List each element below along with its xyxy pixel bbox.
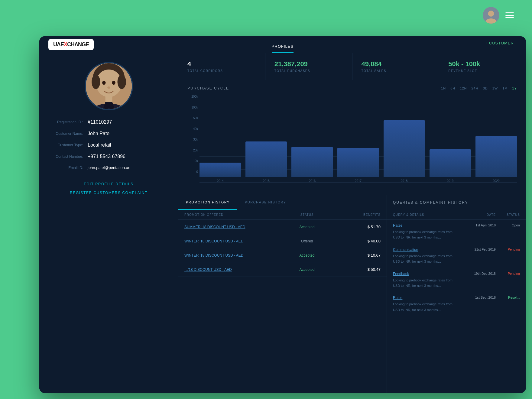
email-value: john.patel@pentation.ae bbox=[88, 165, 130, 170]
history-section: PROMOTION HISTORY PURCHASE HISTORY PROMO… bbox=[178, 195, 387, 393]
col-header-promotion: PROMOTION OFFERED bbox=[184, 213, 283, 216]
complaint-link[interactable]: Rates bbox=[393, 296, 459, 300]
status-accepted: Accepted bbox=[300, 225, 315, 229]
corridors-value: 4 bbox=[187, 60, 256, 68]
benefit-value: $ 50.47 bbox=[332, 267, 381, 272]
add-customer-button[interactable]: + CUSTOMER bbox=[485, 41, 514, 45]
time-filters: 1H 6H 12H 24H 3D 1W 1M 1Y bbox=[441, 86, 517, 90]
main-card: UAEXCHANGE + CUSTOMER PROFILES bbox=[39, 36, 526, 393]
customer-type-value: Local retail bbox=[88, 142, 111, 148]
history-tabs: PROMOTION HISTORY PURCHASE HISTORY bbox=[178, 195, 387, 210]
svg-point-7 bbox=[117, 75, 126, 89]
benefit-value: $ 40.00 bbox=[332, 239, 381, 243]
bar-2019: 2019 bbox=[430, 104, 471, 183]
bar-2016: 2016 bbox=[291, 104, 333, 183]
complaint-date: 1st Sept 2018 bbox=[462, 296, 496, 299]
user-avatar[interactable] bbox=[483, 7, 499, 24]
bar-2018: 2018 bbox=[384, 104, 425, 183]
chart-area: 200k 100k 50k 40k 30k 20k 10k 0 bbox=[187, 95, 517, 183]
register-complaint-link[interactable]: REGISTER CUSTOMERS COMPLAINT bbox=[70, 191, 147, 195]
top-bar bbox=[0, 0, 532, 30]
filter-1w[interactable]: 1W bbox=[492, 86, 498, 90]
chart-bars: 2014 2015 2016 2017 bbox=[199, 104, 517, 183]
complaint-row: Feedback Looking to prebook exchange rat… bbox=[387, 268, 526, 292]
filter-1m[interactable]: 1M bbox=[502, 86, 508, 90]
action-links: EDIT PROFILE DETAILS REGISTER CUSTOMERS … bbox=[39, 176, 178, 201]
filter-1h[interactable]: 1H bbox=[441, 86, 446, 90]
status-accepted: Accepted bbox=[300, 253, 315, 258]
complaint-text: Looking to prebook exchange rates from U… bbox=[393, 230, 453, 239]
purchases-label: TOTAL PURCHASES bbox=[274, 69, 343, 73]
bar-2014: 2014 bbox=[199, 104, 241, 183]
purchase-cycle-section: PURCHASE CYCLE 1H 6H 12H 24H 3D 1W 1M 1Y bbox=[178, 80, 526, 195]
corridors-label: TOTAL CORRIDORS bbox=[187, 69, 256, 73]
filter-12h[interactable]: 12H bbox=[460, 86, 467, 90]
customer-type-label: Customer Type: bbox=[48, 143, 88, 147]
chart-y-labels: 200k 100k 50k 40k 30k 20k 10k 0 bbox=[187, 95, 199, 174]
col-header-status: STATUS bbox=[283, 213, 332, 216]
sales-label: TOTAL SALES bbox=[362, 69, 430, 73]
complaint-text: Looking to prebook exchange rates from U… bbox=[393, 254, 453, 263]
purchase-cycle-header: PURCHASE CYCLE 1H 6H 12H 24H 3D 1W 1M 1Y bbox=[187, 86, 517, 90]
complaint-status: Open bbox=[499, 223, 520, 227]
purchase-cycle-title: PURCHASE CYCLE bbox=[187, 86, 229, 90]
complaint-text: Looking to prebook exchange rates from U… bbox=[393, 278, 453, 287]
svg-point-1 bbox=[488, 11, 494, 17]
tab-purchase-history[interactable]: PURCHASE HISTORY bbox=[237, 195, 294, 210]
email-label: Email ID: bbox=[48, 166, 88, 170]
contact-row: Contact Number: +971 5543 67896 bbox=[48, 154, 169, 159]
right-content: 4 TOTAL CORRIDORS 21,387,209 TOTAL PURCH… bbox=[178, 53, 526, 393]
profile-avatar bbox=[85, 62, 133, 110]
benefit-value: $ 10.67 bbox=[332, 253, 381, 258]
promo-link[interactable]: SUMMER '18 DISCOUNT USD - AED bbox=[184, 225, 245, 229]
email-row: Email ID: john.patel@pentation.ae bbox=[48, 165, 169, 170]
history-rows: SUMMER '18 DISCOUNT USD - AED Accepted $… bbox=[178, 220, 387, 277]
filter-1y[interactable]: 1Y bbox=[512, 86, 517, 90]
promo-link[interactable]: WINTER '18 DISCOUNT USD - AED bbox=[184, 253, 243, 258]
complaint-rows: Rates Looking to prebook exchange rates … bbox=[387, 220, 526, 316]
bar-2017: 2017 bbox=[337, 104, 379, 183]
profile-info: Registration ID : #11010297 Customer Nam… bbox=[39, 119, 178, 176]
filter-3d[interactable]: 3D bbox=[483, 86, 488, 90]
name-row: Customer Name: John Patel bbox=[48, 131, 169, 136]
filter-24h[interactable]: 24H bbox=[472, 86, 478, 90]
tab-profiles[interactable]: PROFILES bbox=[272, 44, 294, 53]
complaint-date: 19th Dec 2018 bbox=[462, 272, 496, 275]
benefit-value: $ 51.70 bbox=[332, 225, 381, 229]
history-row: SUMMER '18 DISCOUNT USD - AED Accepted $… bbox=[178, 220, 387, 234]
svg-point-6 bbox=[92, 75, 100, 89]
status-offered: Offered bbox=[301, 239, 313, 243]
complaint-link[interactable]: Feedback bbox=[393, 272, 459, 276]
history-row: WINTER '18 DISCOUNT USD - AED Offered $ … bbox=[178, 234, 387, 248]
left-sidebar: Registration ID : #11010297 Customer Nam… bbox=[39, 53, 178, 393]
revenue-value: 50k - 100k bbox=[448, 60, 517, 68]
filter-6h[interactable]: 6H bbox=[450, 86, 455, 90]
complaints-table-header: QUERY & DETAILS DATE STATUS bbox=[387, 210, 526, 220]
dashboard-wrapper: UAEXCHANGE + CUSTOMER PROFILES bbox=[0, 0, 532, 399]
purchases-value: 21,387,209 bbox=[274, 60, 343, 68]
edit-profile-link[interactable]: EDIT PROFILE DETAILS bbox=[84, 182, 133, 186]
svg-point-9 bbox=[112, 81, 115, 85]
complaint-link[interactable]: Cummunication bbox=[393, 248, 459, 252]
col-query-header: QUERY & DETAILS bbox=[393, 213, 462, 216]
customer-name-value: John Patel bbox=[88, 131, 111, 136]
contact-label: Contact Number: bbox=[48, 154, 88, 159]
menu-icon[interactable] bbox=[505, 12, 514, 18]
lower-content: PROMOTION HISTORY PURCHASE HISTORY PROMO… bbox=[178, 195, 526, 393]
promo-link[interactable]: …'18 DISCOUNT USD - AED bbox=[184, 268, 232, 272]
complaint-date: 21st Feb 2019 bbox=[462, 248, 496, 251]
complaints-section: QUERIES & COMPLAINT HISTORY QUERY & DETA… bbox=[387, 195, 526, 393]
bar-2020: 2020 bbox=[475, 104, 517, 183]
bar-2015: 2015 bbox=[245, 104, 287, 183]
registration-label: Registration ID : bbox=[48, 120, 88, 124]
complaints-header: QUERIES & COMPLAINT HISTORY bbox=[387, 195, 526, 210]
complaint-row: Cummunication Looking to prebook exchang… bbox=[387, 244, 526, 268]
registration-value: #11010297 bbox=[88, 119, 112, 125]
svg-point-8 bbox=[102, 81, 105, 85]
tab-promotion-history[interactable]: PROMOTION HISTORY bbox=[178, 195, 237, 210]
stats-bar: 4 TOTAL CORRIDORS 21,387,209 TOTAL PURCH… bbox=[178, 53, 526, 80]
complaint-row: Rates Looking to prebook exchange rates … bbox=[387, 220, 526, 244]
complaint-text: Looking to prebook exchange rates from U… bbox=[393, 302, 453, 311]
promo-link[interactable]: WINTER '18 DISCOUNT USD - AED bbox=[184, 239, 243, 243]
complaint-link[interactable]: Rates bbox=[393, 223, 459, 228]
